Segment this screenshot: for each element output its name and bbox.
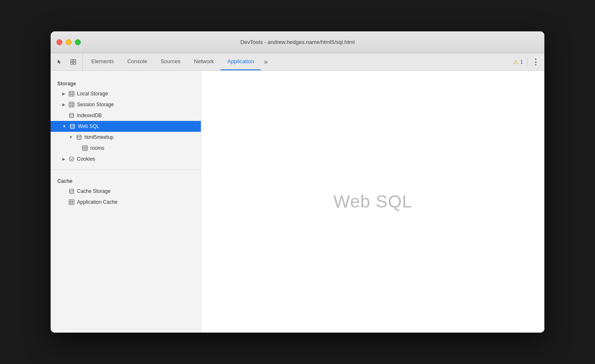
window-title: DevTools - andrew.hedges.name/html5/sql.…	[240, 39, 354, 45]
titlebar: DevTools - andrew.hedges.name/html5/sql.…	[51, 31, 544, 53]
chevron-icon: ▶	[62, 103, 65, 107]
tab-overflow-button[interactable]: »	[261, 53, 271, 70]
chevron-icon: ▶	[62, 157, 65, 161]
svg-point-23	[70, 158, 71, 159]
cursor-icon-button[interactable]	[54, 56, 66, 68]
svg-point-16	[77, 135, 81, 137]
close-button[interactable]	[56, 39, 62, 45]
svg-rect-17	[82, 146, 87, 151]
database-icon	[76, 134, 82, 140]
minimize-button[interactable]	[66, 39, 72, 45]
main-content: Storage ▶ Local Storage ▶	[51, 71, 544, 333]
svg-rect-9	[69, 102, 74, 107]
sidebar-item-indexeddb[interactable]: ▶ IndexedDB	[51, 110, 201, 121]
database-icon	[69, 113, 74, 118]
svg-point-14	[69, 113, 74, 115]
more-menu-button[interactable]: ⋮	[529, 56, 541, 68]
tabbar-right: ⚠ 1 ⋮	[510, 53, 544, 70]
warning-icon: ⚠	[513, 59, 518, 65]
sidebar-item-html5meetup[interactable]: ▼ html5meetup	[51, 132, 201, 143]
chevron-icon: ▶	[62, 92, 65, 96]
tab-network[interactable]: Network	[187, 53, 221, 70]
warning-badge[interactable]: ⚠ 1	[510, 58, 526, 66]
toolbar-icons	[54, 53, 83, 70]
table-icon	[69, 102, 74, 108]
divider	[527, 58, 528, 66]
table-icon	[82, 145, 88, 151]
table-icon	[69, 91, 74, 97]
svg-point-26	[69, 189, 74, 191]
sidebar-item-rooms[interactable]: ▶ rooms	[51, 143, 201, 154]
content-panel: Web SQL	[201, 71, 544, 333]
svg-point-25	[72, 158, 72, 158]
svg-rect-1	[74, 59, 76, 62]
sidebar-item-web-sql[interactable]: ▼ Web SQL	[51, 121, 201, 132]
svg-rect-4	[69, 91, 74, 96]
tab-application[interactable]: Application	[221, 53, 261, 70]
svg-point-24	[72, 159, 72, 160]
content-watermark: Web SQL	[333, 192, 412, 212]
traffic-lights	[56, 39, 81, 45]
sidebar: Storage ▶ Local Storage ▶	[51, 71, 201, 333]
tab-console[interactable]: Console	[121, 53, 154, 70]
cookie-icon	[69, 156, 74, 162]
svg-rect-27	[69, 200, 74, 205]
sidebar-divider	[51, 169, 201, 170]
sidebar-item-session-storage[interactable]: ▶ Session Storage	[51, 99, 201, 110]
chevron-icon: ▼	[62, 124, 66, 128]
tab-sources[interactable]: Sources	[154, 53, 187, 70]
svg-rect-0	[71, 59, 73, 62]
svg-point-15	[70, 124, 74, 126]
database-icon	[69, 123, 75, 129]
inspect-icon-button[interactable]	[67, 56, 79, 68]
storage-section-label: Storage	[51, 77, 201, 88]
sidebar-item-cookies[interactable]: ▶ Cookies	[51, 154, 201, 164]
svg-point-22	[69, 157, 74, 161]
cache-section-label: Cache	[51, 175, 201, 186]
devtools-window: DevTools - andrew.hedges.name/html5/sql.…	[51, 31, 544, 333]
sidebar-item-local-storage[interactable]: ▶ Local Storage	[51, 88, 201, 99]
svg-rect-2	[71, 62, 73, 64]
chevron-icon: ▼	[69, 135, 73, 139]
tabbar: Elements Console Sources Network Applica…	[51, 53, 544, 71]
maximize-button[interactable]	[75, 39, 81, 45]
tab-elements[interactable]: Elements	[85, 53, 121, 70]
table-icon	[69, 199, 74, 205]
database-icon	[69, 188, 74, 194]
svg-rect-3	[74, 62, 76, 64]
sidebar-item-application-cache[interactable]: ▶ Application Cache	[51, 197, 201, 208]
sidebar-item-cache-storage[interactable]: ▶ Cache Storage	[51, 186, 201, 197]
